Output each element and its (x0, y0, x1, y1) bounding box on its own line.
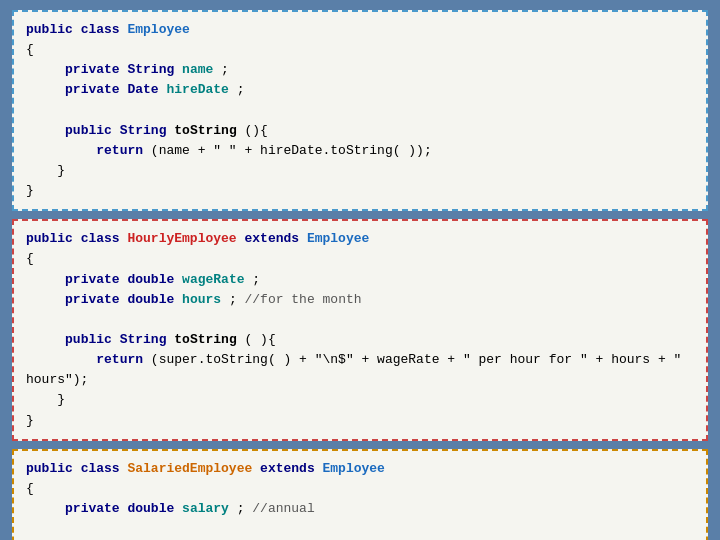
code-line: return (super.toString( ) + "\n$" + wage… (26, 350, 694, 390)
code-line: private String name ; (26, 60, 694, 80)
code-line: private double salary ; //annual (26, 499, 694, 519)
hourly-class-block: public class HourlyEmployee extends Empl… (12, 219, 708, 440)
code-line (26, 101, 694, 121)
code-line: } (26, 161, 694, 181)
code-line: public String toString (){ (26, 121, 694, 141)
code-line (26, 519, 694, 539)
code-line: private Date hireDate ; (26, 80, 694, 100)
keyword-class: class (81, 22, 120, 37)
code-line: { (26, 479, 694, 499)
code-line: private double hours ; //for the month (26, 290, 694, 310)
keyword-public: public (26, 22, 73, 37)
code-line: { (26, 40, 694, 60)
code-line: public class Employee (26, 20, 694, 40)
employee-class-block: public class Employee { private String n… (12, 10, 708, 211)
salaried-class-block: public class SalariedEmployee extends Em… (12, 449, 708, 540)
code-line: } (26, 411, 694, 431)
code-line: return (name + " " + hireDate.toString( … (26, 141, 694, 161)
code-line: { (26, 249, 694, 269)
classname-employee: Employee (127, 22, 189, 37)
code-line: } (26, 181, 694, 201)
code-line: } (26, 390, 694, 410)
code-line: public class HourlyEmployee extends Empl… (26, 229, 694, 249)
code-line: private double wageRate ; (26, 270, 694, 290)
code-line (26, 310, 694, 330)
code-line: public String toString ( ){ (26, 330, 694, 350)
code-line: public class SalariedEmployee extends Em… (26, 459, 694, 479)
